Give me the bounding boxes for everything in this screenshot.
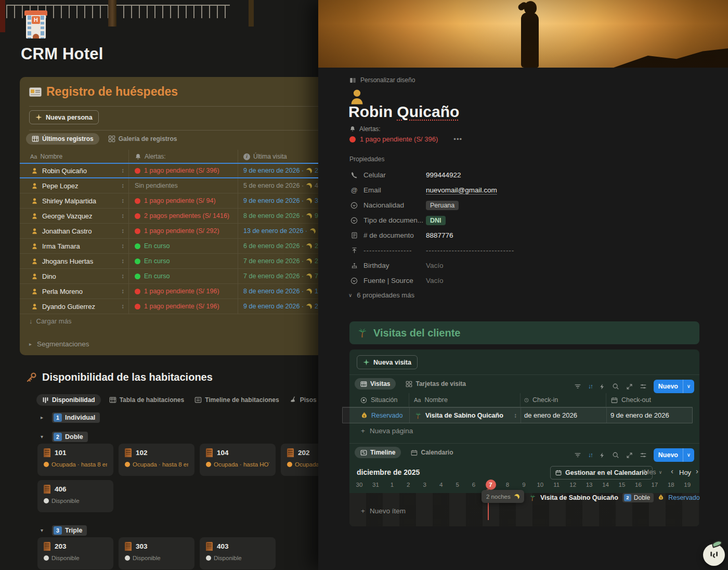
table-row[interactable]: Perla Moreno↕ 1 pago pendiente (S/ 196) … [20,284,318,299]
day-cell[interactable]: 16 [633,482,643,488]
table-row[interactable]: Robin Quicaño↕ 1 pago pendiente (S/ 396)… [20,163,318,178]
group-triple[interactable]: ▾ 3Triple [41,525,87,536]
room-card-203[interactable]: 203 Disponible [37,537,113,569]
day-cell[interactable]: 3 [420,482,430,488]
group-individual[interactable]: ▸ 1Individual [41,412,100,423]
tab-tabla-de-habitaciones[interactable]: Tabla de habitaciones [107,394,186,406]
day-cell[interactable]: 18 [666,482,675,488]
more-properties-toggle[interactable]: ∨ 6 propiedades más [348,291,414,299]
chevron-down-icon[interactable]: ∨ [683,384,694,389]
property-tipo-documento[interactable]: Tipo de documen... DNI [349,213,693,228]
hotel-page-icon[interactable]: H [22,10,50,38]
column-ultima-visita[interactable]: i Última visita [238,150,318,163]
property-nacionalidad[interactable]: Nacionalidad Peruana [349,198,693,213]
table-row[interactable]: Jonathan Castro↕ 1 pago pendiente (S/ 29… [20,224,318,239]
tab-calendario[interactable]: Calendario [405,447,459,458]
drag-handle-icon[interactable]: ↕ [121,163,124,178]
day-cell[interactable]: 9 [519,482,528,488]
new-item-button[interactable]: + Nuevo ítem [361,507,406,515]
sort-icon[interactable]: ↓↑ [588,452,592,458]
property-email[interactable]: @ Email nuevomail@gmail.com [349,183,693,198]
day-cell[interactable]: 8 [503,482,512,488]
new-person-button[interactable]: Nueva persona [29,110,99,124]
notion-ai-badge[interactable] [703,544,725,566]
drag-handle-icon[interactable]: ↕ [121,224,124,238]
day-cell[interactable]: 15 [617,482,627,488]
drag-handle-icon[interactable]: ↕ [121,209,124,223]
room-card-202[interactable]: 202 Ocupada · [281,444,318,476]
period-dropdown[interactable]: Mes ∨ [644,469,662,476]
room-card-403[interactable]: 403 Disponible [200,537,276,569]
tab-timeline-de-habitaciones[interactable]: Timeline de habitaciones [192,394,281,406]
room-card-406[interactable]: 406 Disponible [37,480,113,512]
search-icon[interactable] [612,451,619,459]
column-check-out[interactable]: Check-out [606,393,693,407]
table-row[interactable]: Irma Tamara↕ En curso 6 de enero de 2026… [20,239,318,254]
load-more-button[interactable]: ↓ Cargar más [29,317,71,325]
table-row[interactable]: Dino↕ En curso 7 de enero de 2026 ·7 noc [20,269,318,284]
sort-icon[interactable]: ↓↑ [588,383,592,390]
property-divider-dashes[interactable]: ----------------- ----------------------… [349,243,693,258]
drag-handle-icon[interactable]: ↕ [121,284,124,299]
tab-visitas[interactable]: Visitas [355,378,396,390]
column-situacion[interactable]: Situación [342,393,409,407]
expand-icon[interactable] [626,383,633,390]
visit-row[interactable]: $ Reservado Visita de Sabino Quicaño ↕ d… [342,407,693,423]
day-cell[interactable]: 4 [436,482,446,488]
drag-handle-icon[interactable]: ↕ [121,254,124,268]
tab-ultimos-registros[interactable]: Últimos registros [26,133,99,145]
group-doble[interactable]: ▾ 2Doble [41,432,88,442]
settings-sliders-icon[interactable] [640,383,647,390]
day-cell[interactable]: 6 [469,482,478,488]
table-row[interactable]: Pepe Lopez↕ Sin pendientes 5 de enero de… [20,178,318,193]
settings-sliders-icon[interactable] [640,451,647,459]
drag-handle-icon[interactable]: ↕ [121,193,124,208]
day-cell[interactable]: 19 [683,482,692,488]
day-cell[interactable]: 10 [536,482,545,488]
segmentations-toggle[interactable]: ▸ Segmentaciones [29,340,89,348]
drag-handle-icon[interactable]: ↕ [121,178,124,193]
room-card-104[interactable]: 104 Ocupada · hasta HOY ·J [200,444,276,476]
table-row[interactable]: George Vazquez↕ 2 pagos pendientes (S/ 1… [20,209,318,224]
alerts-property-label[interactable]: Alertas: [349,125,381,133]
today-button[interactable]: Hoy [679,469,691,476]
property-birthday[interactable]: Birthday Vacío [349,258,693,273]
drag-handle-icon[interactable]: ↕ [121,239,124,253]
tab-pisos-hoy[interactable]: Pisos hoy [288,394,318,406]
tab-tarjetas-de-visita[interactable]: Tarjetas de visita [400,378,472,390]
filter-icon[interactable] [574,383,581,390]
room-card-303[interactable]: 303 Disponible [119,537,194,569]
record-cover-image[interactable] [318,0,728,68]
filter-icon[interactable] [574,451,581,459]
drag-handle-icon[interactable]: ↕ [121,269,124,283]
record-title[interactable]: Robin Quicaño [348,103,459,121]
day-cell[interactable]: 17 [650,482,659,488]
expand-icon[interactable] [626,452,633,459]
alert-value[interactable]: 1 pago pendiente (S/ 396) ••• [349,135,462,143]
table-row[interactable]: Jhogans Huertas↕ En curso 7 de enero de … [20,254,318,269]
tab-galeria-de-registros[interactable]: Galería de registros [102,133,183,145]
table-row[interactable]: Dyando Gutierrez↕ 1 pago pendiente (S/ 1… [20,299,318,314]
day-cell[interactable]: 12 [568,482,578,488]
day-cell-today[interactable]: 7 [486,480,496,490]
chevron-down-icon[interactable]: ∨ [683,452,694,458]
table-row[interactable]: Shirley Malpartida↕ 1 pago pendiente (S/… [20,193,318,209]
timeline-event[interactable]: Visita de Sabino Quicaño 2 Doble $ Reser… [529,491,700,504]
tab-timeline[interactable]: Timeline [355,447,401,458]
day-cell[interactable]: 11 [552,482,561,488]
tab-disponibilidad[interactable]: Disponibilidad [36,394,101,406]
nuevo-button[interactable]: Nuevo ∨ [654,380,694,393]
automation-bolt-icon[interactable] [599,452,605,459]
day-cell[interactable]: 2 [404,482,413,488]
day-cell[interactable]: 14 [601,482,610,488]
new-page-button[interactable]: + Nueva página [361,427,413,435]
manage-calendar-button[interactable]: Gestionar en el Calendario [550,466,653,480]
property-celular[interactable]: Celular 999444922 [349,167,693,183]
property-fuente[interactable]: Fuente | Source Vacío [349,273,693,288]
day-cell[interactable]: 13 [584,482,594,488]
drag-handle-icon[interactable]: ↕ [514,412,517,419]
next-icon[interactable]: › [696,467,698,475]
day-cell[interactable]: 31 [371,482,380,488]
automation-bolt-icon[interactable] [599,383,605,390]
new-visit-button[interactable]: Nueva visita [357,355,418,369]
